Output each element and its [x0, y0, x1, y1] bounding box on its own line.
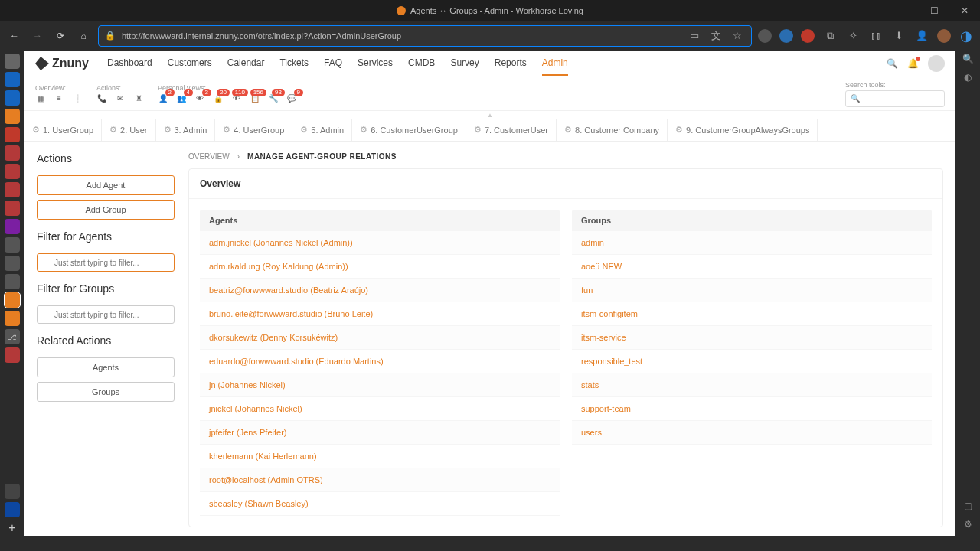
- favorite-item-1[interactable]: ⚙1. UserGroup: [24, 119, 102, 141]
- ext-icon-3[interactable]: [801, 29, 815, 43]
- overview-alert-icon[interactable]: ❕: [72, 93, 83, 104]
- act-item-17[interactable]: [5, 502, 20, 517]
- reader-icon[interactable]: ▭: [687, 28, 702, 44]
- agent-item[interactable]: bruno.leite@forwwward.studio (Bruno Leit…: [200, 302, 560, 326]
- agent-item[interactable]: root@localhost (Admin OTRS): [200, 468, 560, 492]
- act-item-3[interactable]: [5, 90, 20, 106]
- act-item-5[interactable]: [5, 127, 20, 142]
- group-item[interactable]: stats: [572, 373, 932, 397]
- personal-view-icon-1[interactable]: 👤2: [158, 93, 168, 104]
- act-item-10[interactable]: [5, 219, 20, 234]
- act-item-13[interactable]: [5, 274, 20, 289]
- breadcrumb-root[interactable]: OVERVIEW: [188, 152, 230, 161]
- agent-item[interactable]: adm.rkaldung (Roy Kaldung (Admin)): [200, 255, 560, 279]
- tree-icon[interactable]: ♜: [133, 93, 144, 104]
- agent-item[interactable]: dkorsukewitz (Denny Korsukéwitz): [200, 326, 560, 350]
- brand[interactable]: Znuny: [35, 57, 89, 70]
- url-bar[interactable]: 🔒 http://forwwward.internal.znuny.com/ot…: [98, 25, 752, 47]
- user-avatar[interactable]: [928, 55, 945, 72]
- nav-link-calendar[interactable]: Calendar: [227, 51, 265, 76]
- nav-link-dashboard[interactable]: Dashboard: [107, 51, 152, 76]
- group-item[interactable]: aoeü NEW: [572, 255, 932, 279]
- right-tool-icon-1[interactable]: ◐: [964, 72, 972, 83]
- favorite-item-6[interactable]: ⚙6. CustomerUserGroup: [352, 119, 466, 141]
- act-item-15[interactable]: [5, 347, 20, 363]
- act-item-2[interactable]: [5, 72, 20, 87]
- act-item-1[interactable]: [5, 54, 20, 69]
- agent-item[interactable]: jnickel (Johannes Nickel): [200, 397, 560, 421]
- forward-button[interactable]: →: [29, 28, 46, 44]
- sidebar-toggle-icon[interactable]: ◑: [959, 28, 974, 44]
- window-close-button[interactable]: ✕: [949, 0, 980, 21]
- favorite-item-4[interactable]: ⚙4. UserGroup: [215, 119, 292, 141]
- agent-item[interactable]: jpfeifer (Jens Pfeifer): [200, 421, 560, 445]
- personal-view-icon-3[interactable]: 👁3: [194, 93, 205, 104]
- personal-view-icon-4[interactable]: 🔒20: [213, 93, 224, 104]
- act-item-16[interactable]: [5, 484, 20, 499]
- agent-item[interactable]: kherlemann (Kai Herlemann): [200, 445, 560, 468]
- favorite-item-2[interactable]: ⚙2. User: [102, 119, 155, 141]
- right-panel-icon[interactable]: ▢: [964, 500, 972, 511]
- agent-item[interactable]: sbeasley (Shawn Beasley): [200, 492, 560, 516]
- account-icon[interactable]: 👤: [914, 28, 929, 44]
- nav-link-survey[interactable]: Survey: [450, 51, 479, 76]
- window-minimize-button[interactable]: ─: [888, 0, 919, 21]
- nav-link-cmdb[interactable]: CMDB: [408, 51, 435, 76]
- nav-link-admin[interactable]: Admin: [542, 51, 568, 76]
- settings-icon[interactable]: ⚙: [964, 519, 972, 530]
- collapse-handle[interactable]: ▲: [24, 111, 956, 119]
- screenshot-icon[interactable]: ⧉: [822, 28, 838, 44]
- translate-icon[interactable]: 文: [708, 28, 724, 44]
- group-item[interactable]: users: [572, 421, 932, 445]
- agent-item[interactable]: adm.jnickel (Johannes Nickel (Admin)): [200, 231, 560, 255]
- act-item-6[interactable]: [5, 145, 20, 161]
- act-item-branch[interactable]: ⎇: [5, 329, 20, 344]
- bookmark-icon[interactable]: ☆: [730, 28, 745, 44]
- home-button[interactable]: ⌂: [75, 28, 92, 44]
- favorite-item-5[interactable]: ⚙5. Admin: [292, 119, 352, 141]
- act-item-14[interactable]: [5, 311, 20, 326]
- groups-button[interactable]: Groups: [37, 382, 175, 402]
- agent-item[interactable]: jn (Johannes Nickel): [200, 373, 560, 397]
- search-nav-icon[interactable]: 🔍: [887, 58, 898, 69]
- notifications-icon[interactable]: 🔔: [907, 58, 919, 69]
- personal-view-icon-7[interactable]: 🔧93: [268, 93, 279, 104]
- overview-list-icon[interactable]: ≡: [54, 93, 64, 104]
- nav-link-customers[interactable]: Customers: [168, 51, 212, 76]
- personal-view-icon-2[interactable]: 👥4: [176, 93, 187, 104]
- personal-view-icon-6[interactable]: 📋156: [250, 93, 260, 104]
- ext-icon-1[interactable]: [758, 29, 772, 43]
- mail-icon[interactable]: ✉: [115, 93, 126, 104]
- personal-view-icon-5[interactable]: 👁110: [231, 93, 242, 104]
- favorite-item-7[interactable]: ⚙7. CustomerUser: [466, 119, 557, 141]
- group-item[interactable]: itsm-service: [572, 326, 932, 350]
- favorite-item-8[interactable]: ⚙8. Customer Company: [557, 119, 668, 141]
- group-item[interactable]: support-team: [572, 397, 932, 421]
- nav-link-services[interactable]: Services: [358, 51, 393, 76]
- add-panel-button[interactable]: +: [5, 520, 20, 536]
- group-item[interactable]: fun: [572, 279, 932, 302]
- search-tools-input[interactable]: 🔍: [845, 90, 945, 107]
- overview-grid-icon[interactable]: ▦: [35, 93, 46, 104]
- act-item-4[interactable]: [5, 109, 20, 124]
- profile-avatar[interactable]: [937, 29, 951, 43]
- group-item[interactable]: itsm-configitem: [572, 302, 932, 326]
- downloads-icon[interactable]: ⬇: [891, 28, 906, 44]
- act-item-8[interactable]: [5, 182, 20, 197]
- add-group-button[interactable]: Add Group: [37, 200, 175, 220]
- agents-button[interactable]: Agents: [37, 357, 175, 377]
- right-tool-icon-2[interactable]: ─: [965, 90, 972, 101]
- agent-item[interactable]: beatriz@forwwward.studio (Beatriz Araújo…: [200, 279, 560, 302]
- favorite-item-3[interactable]: ⚙3. Admin: [156, 119, 216, 141]
- favorite-item-9[interactable]: ⚙9. CustomerGroupAlwaysGroups: [668, 119, 818, 141]
- back-button[interactable]: ←: [6, 28, 23, 44]
- nav-link-tickets[interactable]: Tickets: [279, 51, 309, 76]
- filter-groups-input[interactable]: [37, 305, 175, 324]
- right-search-icon[interactable]: 🔍: [962, 54, 974, 64]
- phone-icon[interactable]: 📞: [96, 93, 107, 104]
- group-item[interactable]: admin: [572, 231, 932, 255]
- reload-button[interactable]: ⟳: [52, 28, 69, 44]
- agent-item[interactable]: eduardo@forwwward.studio (Eduardo Martin…: [200, 350, 560, 373]
- nav-link-faq[interactable]: FAQ: [324, 51, 342, 76]
- extensions-icon[interactable]: ✧: [845, 28, 861, 44]
